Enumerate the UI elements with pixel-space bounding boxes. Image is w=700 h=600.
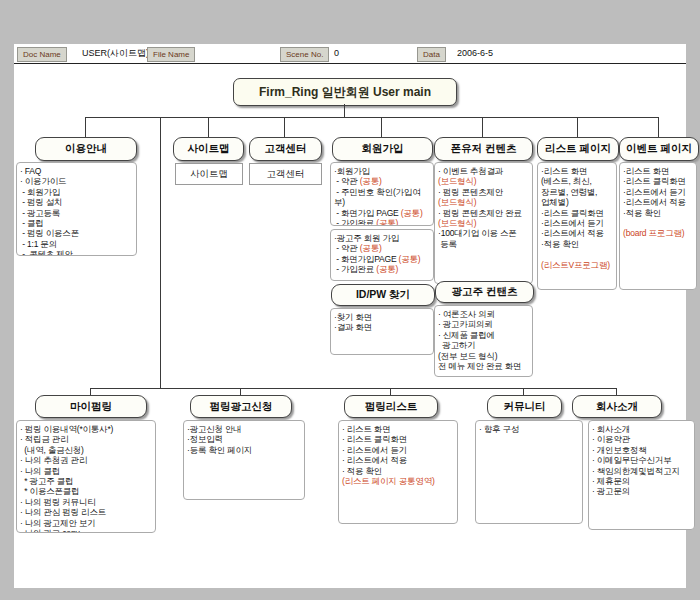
data-value: 2006-6-5 <box>457 47 493 60</box>
node-phone-user-contents[interactable]: 폰유저 컨텐츠 <box>434 137 533 161</box>
node-customer-center[interactable]: 고객센터 <box>249 137 322 161</box>
list-item: 전 메뉴 제안 완료 화면 <box>438 361 529 371</box>
list-item: - 회원가입 <box>20 187 133 197</box>
list-item: (board 프로그램) <box>623 228 693 238</box>
document-canvas: { "header": { "doc_name_label": "Doc Nam… <box>0 0 700 600</box>
connector-line <box>344 104 345 117</box>
list-item: · 광고문의 <box>592 486 691 496</box>
list-item: · 리스트에서 적용 <box>342 455 454 465</box>
list-item: · 펌링 이용내역(*이통사*) <box>20 424 152 434</box>
idpw-find-list: ·찾기 화면·결과 화면 <box>330 308 434 355</box>
list-item: - 화면가입 PAGE (공통) <box>334 208 430 218</box>
list-item: · 여론조사 의뢰 <box>438 309 529 319</box>
node-member-join[interactable]: 회원가입 <box>332 137 433 161</box>
list-item: ·리스트 클릭화면 <box>623 176 693 186</box>
firmring-list-list: · 리스트 화면· 리스트 클릭화면· 리스트에서 듣기· 리스트에서 적용· … <box>338 420 458 524</box>
list-item: ·리스트에서 적용 <box>541 228 613 238</box>
list-item: - 화면가입PAGE (공통) <box>334 254 430 264</box>
list-item: · 향후 구성 <box>479 424 579 434</box>
list-item: · 리스트에서 듣기 <box>342 445 454 455</box>
list-item: ·광고주 회원 가입 <box>334 233 430 243</box>
connector-line <box>381 117 382 137</box>
list-item: - 광고등록 <box>20 208 133 218</box>
node-my-firmring[interactable]: 마이펌링 <box>35 395 147 418</box>
node-advertiser-contents[interactable]: 광고주 컨탠츠 <box>435 281 534 303</box>
list-item: · 적용 확인 <box>342 466 454 476</box>
node-list-page[interactable]: 리스트 페이지 <box>537 137 619 161</box>
list-item: ·리스트 화면 <box>541 166 613 176</box>
list-item: · 이메일무단수신거부 <box>592 455 691 465</box>
event-page-list: ·리스트 화면·리스트 클릭화면·리스트에서 듣기·리스트에서 적용·적용 확인… <box>619 162 697 290</box>
list-item: ·리스트 클릭화면 <box>541 208 613 218</box>
node-ad-request[interactable]: 펌링광고신청 <box>190 395 292 418</box>
list-item: · 펌링 콘텐츠제안 <box>438 187 529 197</box>
list-item: 업체별) <box>541 197 613 207</box>
node-idpw-find[interactable]: ID/PW 찾기 <box>331 284 435 306</box>
list-item: · 개인보호정책 <box>592 445 691 455</box>
node-firmring-list[interactable]: 펌링리스트 <box>344 395 438 418</box>
list-item: - 1:1 문의 <box>20 239 133 249</box>
list-item: ·찾기 화면 <box>334 312 430 322</box>
connector-line <box>85 117 86 137</box>
advertiser-join-list: ·광고주 회원 가입 - 약관 (공통) - 화면가입PAGE (공통) - 가… <box>330 229 434 281</box>
node-sitemap[interactable]: 사이트맵 <box>173 137 244 161</box>
list-item: · 회사소개 <box>592 424 691 434</box>
list-item: (전부 보드 형식) <box>438 351 529 361</box>
doc-name-label: Doc Name <box>17 47 67 62</box>
list-item: ·광고신청 안내 <box>187 424 301 434</box>
root-node[interactable]: Firm_Ring 일반회원 User main <box>233 78 457 106</box>
list-item: · 리스트 클릭화면 <box>342 434 454 444</box>
file-name-label: File Name <box>147 47 195 62</box>
connector-line <box>482 117 483 137</box>
community-list: · 향후 구성 <box>475 420 583 524</box>
connector-line <box>85 117 659 118</box>
list-item: · 나의 추첨권 관리 <box>20 455 152 465</box>
list-item: - 클럽 <box>20 218 133 228</box>
list-item: · 신제품 클럽에 <box>438 330 529 340</box>
list-item: ·100대기업 이용 스폰 <box>438 228 529 238</box>
list-item: - 콘텐츠 제안 <box>20 249 133 256</box>
list-item: · 책임의한계및법적고지 <box>592 466 691 476</box>
list-item: ·적용 확인 <box>623 208 693 218</box>
list-item: - 주민번호 확인(가입여부) <box>334 187 430 208</box>
connector-line <box>284 117 285 137</box>
usage-guide-list: · FAQ· 이용가이드 - 회원가입 - 펌링 설치 - 광고등록 - 클럽 … <box>16 162 137 256</box>
list-item: · 나의 클럽 <box>20 466 152 476</box>
scene-no-value: 0 <box>334 47 339 60</box>
list-item: · 나의 펌링 커뮤니티 <box>20 497 152 507</box>
customer-sub-box[interactable]: 고객센터 <box>249 163 322 185</box>
list-item: ·정보입력 <box>187 434 301 444</box>
connector-line <box>160 117 161 388</box>
list-item: * 광고주 클럽 <box>20 476 152 486</box>
phone-user-list: · 이벤트 추첨결과(보드형식)· 펌링 콘텐츠제안(보드형식)· 펌링 콘텐츠… <box>434 162 533 284</box>
node-community[interactable]: 커뮤니티 <box>487 395 562 418</box>
list-item: · 이벤트 추첨결과 <box>438 166 529 176</box>
node-company-intro[interactable]: 회사소개 <box>572 395 662 418</box>
list-item: 장르별, 연령별, <box>541 187 613 197</box>
list-item: · 펌링 콘텐츠제안 완료 <box>438 208 529 218</box>
node-event-page[interactable]: 이벤트 페이지 <box>619 137 699 161</box>
my-firmring-list: · 펌링 이용내역(*이통사*)· 적립금 관리 (내역, 출금신청)· 나의 … <box>16 420 156 533</box>
list-item: (리스트 페이지 공통영역) <box>342 476 454 486</box>
connector-line <box>577 117 578 137</box>
list-item: ·회원가입 <box>334 166 430 176</box>
list-item: (리스트V프로그램) <box>541 260 613 270</box>
connector-line <box>90 388 617 389</box>
list-item: - 약관 (공통) <box>334 243 430 253</box>
sitemap-sub-box[interactable]: 사이트맵 <box>175 163 243 185</box>
list-item: 광고하기 <box>438 340 529 350</box>
list-item <box>541 249 613 259</box>
list-item: - 약관 (공통) <box>334 176 430 186</box>
node-usage-guide[interactable]: 이용안내 <box>35 137 137 161</box>
connector-line <box>658 117 659 137</box>
ad-request-list: ·광고신청 안내·정보입력·등록 확인 페이지 <box>183 420 305 500</box>
list-item: · 제휴문의 <box>592 476 691 486</box>
list-item: ·결과 화면 <box>334 322 430 332</box>
list-item: ·리스트에서 듣기 <box>623 187 693 197</box>
list-item: · 리스트 화면 <box>342 424 454 434</box>
data-label: Data <box>417 47 446 62</box>
scene-no-label: Scene No. <box>280 47 329 62</box>
member-join-list: ·회원가입 - 약관 (공통) - 주민번호 확인(가입여부) - 화면가입 P… <box>330 162 434 226</box>
list-item: - 펌링 설치 <box>20 197 133 207</box>
company-intro-list: · 회사소개· 이용약관· 개인보호정책· 이메일무단수신거부· 책임의한계및법… <box>588 420 695 530</box>
